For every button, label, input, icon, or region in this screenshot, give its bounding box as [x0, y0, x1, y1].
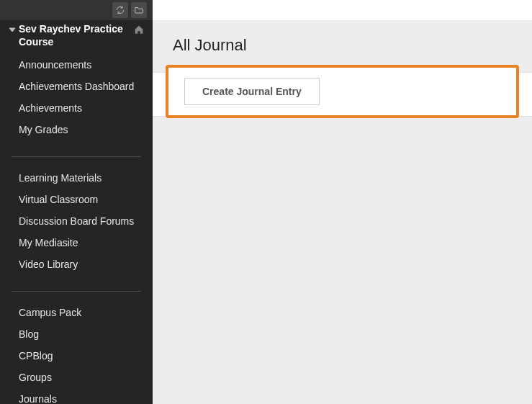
course-sidebar: Sev Raychev Practice Course Announcement… — [0, 20, 153, 404]
sidebar-item-learning-materials[interactable]: Learning Materials — [0, 167, 153, 189]
course-home-row[interactable]: Sev Raychev Practice Course — [0, 20, 153, 54]
course-title: Sev Raychev Practice Course — [19, 23, 132, 48]
folder-icon[interactable] — [131, 2, 147, 18]
svg-marker-0 — [9, 28, 15, 32]
sidebar-item-groups[interactable]: Groups — [0, 367, 153, 388]
sidebar-item-my-grades[interactable]: My Grades — [0, 119, 153, 140]
page-title: All Journal — [153, 20, 532, 65]
toolbar-area: Create Journal Entry — [153, 65, 532, 118]
nav-divider — [12, 156, 141, 157]
main-content: All Journal Create Journal Entry — [153, 20, 532, 404]
sidebar-item-journals[interactable]: Journals — [0, 388, 153, 404]
sidebar-item-achievements[interactable]: Achievements — [0, 97, 153, 119]
sidebar-top-bar — [0, 0, 153, 20]
create-entry-highlight: Create Journal Entry — [166, 65, 519, 118]
create-journal-entry-button[interactable]: Create Journal Entry — [184, 78, 320, 105]
nav-divider — [12, 291, 141, 292]
refresh-icon[interactable] — [112, 2, 128, 18]
sidebar-item-virtual-classroom[interactable]: Virtual Classroom — [0, 189, 153, 210]
sidebar-item-discussion-board-forums[interactable]: Discussion Board Forums — [0, 210, 153, 232]
home-icon[interactable] — [132, 23, 145, 35]
sidebar-item-video-library[interactable]: Video Library — [0, 253, 153, 275]
sidebar-item-announcements[interactable]: Announcements — [0, 54, 153, 76]
sidebar-item-my-mediasite[interactable]: My Mediasite — [0, 232, 153, 253]
chevron-down-icon — [7, 23, 17, 33]
sidebar-item-cpblog[interactable]: CPBlog — [0, 345, 153, 367]
sidebar-item-achievements-dashboard[interactable]: Achievements Dashboard — [0, 76, 153, 97]
sidebar-item-campus-pack[interactable]: Campus Pack — [0, 302, 153, 323]
sidebar-item-blog[interactable]: Blog — [0, 323, 153, 345]
